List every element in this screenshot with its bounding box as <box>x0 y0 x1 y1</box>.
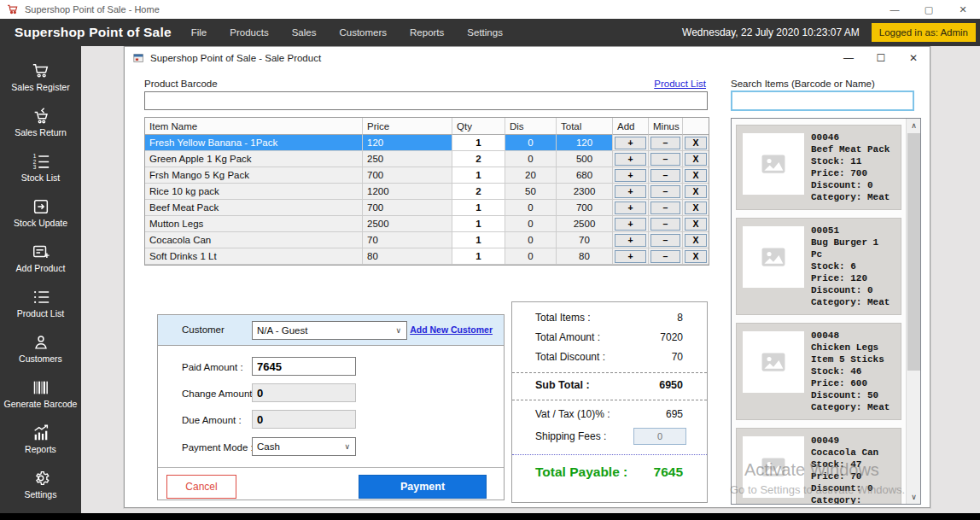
add-qty-button[interactable]: + <box>615 202 646 214</box>
table-row[interactable]: Soft Drinks 1 Lt 80 1 0 80 + – X <box>145 248 709 265</box>
search-items-input[interactable] <box>731 91 914 111</box>
logged-in-admin-button[interactable]: Logged in as: Admin <box>872 23 976 42</box>
remove-item-button[interactable]: X <box>685 153 707 166</box>
add-qty-button[interactable]: + <box>615 250 646 263</box>
product-price: Price: 70 <box>811 470 895 482</box>
minus-qty-button[interactable]: – <box>650 234 680 247</box>
minus-qty-button[interactable]: – <box>650 202 680 214</box>
table-row[interactable]: Green Apple 1 Kg Pack 250 2 0 500 + – X <box>145 151 709 167</box>
sidebar-item-sales-register[interactable]: Sales Register <box>0 54 81 99</box>
minus-qty-button[interactable]: – <box>650 137 680 149</box>
qty-cell[interactable]: 2 <box>452 184 505 200</box>
sidebar-item-reports[interactable]: Reports <box>0 416 81 461</box>
discount-cell: 0 <box>505 135 557 151</box>
product-image-placeholder <box>743 133 804 195</box>
sidebar-item-sales-return[interactable]: Sales Return <box>0 99 81 144</box>
close-button[interactable]: ✕ <box>946 0 980 19</box>
payment-panel: Customer N/A - Guest ∨ Add New Customer … <box>157 314 505 500</box>
menu-item[interactable]: Products <box>230 27 268 38</box>
sidebar-item-generate-barcode[interactable]: Generate Barcode <box>0 371 81 416</box>
menu-item[interactable]: Sales <box>292 27 317 38</box>
qty-cell[interactable]: 1 <box>452 200 505 216</box>
add-qty-button[interactable]: + <box>615 169 646 182</box>
menu-item[interactable]: File <box>191 27 207 38</box>
qty-cell[interactable]: 1 <box>452 216 505 232</box>
customer-select[interactable]: N/A - Guest ∨ <box>252 321 407 340</box>
product-card[interactable]: 00048 Chicken Legs Item 5 Sticks Stock: … <box>736 323 901 420</box>
product-stock: Stock: 11 <box>811 155 895 167</box>
table-row[interactable]: Frsh Mango 5 Kg Pack 700 1 20 680 + – X <box>145 167 709 184</box>
product-card[interactable]: 00046 Beef Meat Pack Stock: 11 Price: 70… <box>736 125 901 210</box>
price-cell: 700 <box>363 200 452 216</box>
table-row[interactable]: Mutton Legs 2500 1 0 2500 + – X <box>145 216 709 232</box>
scroll-up-icon[interactable]: ∧ <box>907 119 921 132</box>
menu-item[interactable]: Settings <box>467 27 503 38</box>
add-qty-button[interactable]: + <box>615 137 646 149</box>
remove-item-button[interactable]: X <box>685 137 707 149</box>
table-row[interactable]: Beef Meat Pack 700 1 0 700 + – X <box>145 200 709 216</box>
add-qty-button[interactable]: + <box>615 185 646 198</box>
remove-item-button[interactable]: X <box>685 234 707 247</box>
minus-qty-button[interactable]: – <box>650 218 680 231</box>
add-qty-button[interactable]: + <box>615 153 646 166</box>
sale-window-titlebar: Supershop Point of Sale - Sale Product —… <box>125 47 930 69</box>
sidebar-item-stock-list[interactable]: 123 Stock List <box>0 144 81 190</box>
payment-button[interactable]: Payment <box>359 475 487 499</box>
table-row[interactable]: Cocacola Can 70 1 0 70 + – X <box>145 232 709 248</box>
table-row[interactable]: Rice 10 kg pack 1200 2 50 2300 + – X <box>145 184 709 200</box>
total-cell: 700 <box>557 200 613 216</box>
cancel-button[interactable]: Cancel <box>166 475 236 499</box>
person-icon <box>32 333 50 352</box>
price-cell: 2500 <box>363 216 452 232</box>
qty-cell[interactable]: 1 <box>452 135 505 151</box>
sidebar-item-product-list[interactable]: Product List <box>0 280 81 325</box>
paid-amount-label: Paid Amount : <box>182 362 243 372</box>
vat-tax-value: 695 <box>630 408 683 420</box>
sale-minimize-button[interactable]: — <box>832 47 865 69</box>
form-plus-icon <box>32 242 50 261</box>
minus-qty-button[interactable]: – <box>650 250 680 263</box>
add-qty-button[interactable]: + <box>615 218 646 231</box>
product-stock: Stock: 47 <box>811 459 895 470</box>
qty-cell[interactable]: 1 <box>452 232 505 248</box>
qty-cell[interactable]: 1 <box>452 248 505 265</box>
minus-qty-button[interactable]: – <box>650 169 680 182</box>
add-qty-button[interactable]: + <box>615 234 646 247</box>
list-scrollbar[interactable]: ∧ ∨ <box>906 119 920 504</box>
remove-item-button[interactable]: X <box>685 202 707 214</box>
minus-qty-button[interactable]: – <box>650 153 680 166</box>
payment-mode-select[interactable]: Cash ∨ <box>252 437 356 456</box>
remove-item-button[interactable]: X <box>685 185 707 198</box>
minus-qty-button[interactable]: – <box>650 185 680 198</box>
shipping-fees-input[interactable] <box>633 428 686 445</box>
sidebar-item-settings[interactable]: Settings <box>0 461 81 506</box>
product-barcode-input[interactable] <box>144 91 708 110</box>
table-row[interactable]: Fresh Yellow Banana - 1Pack 120 1 0 120 … <box>145 135 709 151</box>
sale-maximize-button[interactable]: ☐ <box>865 47 897 69</box>
paid-amount-input[interactable] <box>252 357 356 376</box>
sidebar-item-add-product[interactable]: Add Product <box>0 235 81 280</box>
scrollbar-thumb[interactable] <box>907 133 920 371</box>
total-amount-label: Total Amount : <box>535 331 600 343</box>
sidebar-item-stock-update[interactable]: Stock Update <box>0 190 81 235</box>
menu-item[interactable]: Customers <box>339 27 387 38</box>
sidebar-item-customers[interactable]: Customers <box>0 325 81 371</box>
minimize-button[interactable]: — <box>878 0 912 19</box>
add-new-customer-link[interactable]: Add New Customer <box>410 324 493 335</box>
qty-cell[interactable]: 1 <box>452 167 505 184</box>
product-category: Category: Meat <box>811 191 895 203</box>
qty-cell[interactable]: 2 <box>452 151 505 167</box>
remove-item-button[interactable]: X <box>685 218 707 231</box>
remove-item-button[interactable]: X <box>685 250 707 263</box>
remove-item-button[interactable]: X <box>685 169 707 182</box>
maximize-button[interactable]: ▢ <box>912 0 946 19</box>
menu-item[interactable]: Reports <box>410 27 444 38</box>
item-name-cell: Fresh Yellow Banana - 1Pack <box>145 135 363 151</box>
product-list-link[interactable]: Product List <box>654 79 706 89</box>
divider <box>158 467 504 468</box>
scroll-down-icon[interactable]: ∨ <box>907 490 921 504</box>
image-placeholder-icon <box>759 348 788 377</box>
product-card[interactable]: 00049 Cocacola Can Stock: 47 Price: 70 D… <box>736 428 901 505</box>
sale-close-button[interactable]: ✕ <box>897 47 930 69</box>
product-card[interactable]: 00051 Bug Burger 1 Pc Stock: 6 Price: 12… <box>736 218 901 315</box>
